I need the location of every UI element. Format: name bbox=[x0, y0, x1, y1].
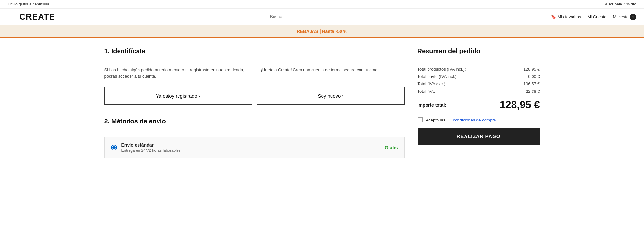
summary-row: Total envío (IVA incl.):0,00 € bbox=[418, 74, 540, 79]
bookmark-icon: 🔖 bbox=[551, 15, 556, 19]
registered-button[interactable]: Ya estoy registrado › bbox=[104, 87, 252, 105]
shipping-name: Envío estándar bbox=[121, 142, 380, 148]
hamburger-menu[interactable] bbox=[8, 15, 14, 19]
cart-badge: 1 bbox=[630, 14, 636, 20]
summary-row: Total productos (IVA incl.):128,95 € bbox=[418, 67, 540, 72]
terms-checkbox[interactable] bbox=[418, 117, 423, 122]
search-input[interactable] bbox=[267, 13, 358, 21]
summary-divider bbox=[418, 59, 540, 59]
favorites-link[interactable]: 🔖 Mis favoritos bbox=[551, 15, 581, 19]
announcement-right: Suscríbete. 5% dto bbox=[604, 2, 636, 6]
terms-link[interactable]: condiciones de compra bbox=[453, 118, 496, 122]
promo-banner: REBAJAS | Hasta -50 % bbox=[0, 25, 644, 38]
step1-divider bbox=[104, 59, 405, 59]
summary-total-row: Importe total: 128,95 € bbox=[418, 99, 540, 111]
step1-description: Si has hecho algún pedido anteriormente … bbox=[104, 67, 405, 79]
header-search bbox=[85, 13, 540, 21]
shipping-radio[interactable] bbox=[111, 145, 117, 150]
step2-section: 2. Métodos de envío Envío estándar Entre… bbox=[104, 118, 405, 158]
summary-row: Total (IVA exc.):106,57 € bbox=[418, 82, 540, 86]
new-user-button[interactable]: Soy nuevo › bbox=[257, 87, 405, 105]
main-content: 1. Identifícate Si has hecho algún pedid… bbox=[97, 38, 548, 168]
header: CREATE 🔖 Mis favoritos Mi Cuenta Mi cest… bbox=[0, 9, 644, 25]
header-right: 🔖 Mis favoritos Mi Cuenta Mi cesta 1 bbox=[546, 14, 636, 20]
checkout-button[interactable]: REALIZAR PAGO bbox=[418, 128, 540, 145]
terms-prefix: Acepto las bbox=[426, 118, 446, 122]
checkout-form: 1. Identifícate Si has hecho algún pedid… bbox=[104, 47, 405, 158]
step2-title: 2. Métodos de envío bbox=[104, 118, 405, 125]
summary-rows: Total productos (IVA incl.):128,95 €Tota… bbox=[418, 67, 540, 94]
announcement-left: Envío gratis a península bbox=[8, 2, 49, 6]
shipping-radio-inner bbox=[112, 146, 116, 149]
shipping-info: Envío estándar Entrega en 24/72 horas la… bbox=[121, 142, 380, 153]
summary-total-amount: 128,95 € bbox=[500, 99, 540, 111]
shipping-price: Gratis bbox=[385, 145, 398, 150]
account-link[interactable]: Mi Cuenta bbox=[587, 15, 606, 19]
shipping-option[interactable]: Envío estándar Entrega en 24/72 horas la… bbox=[104, 137, 405, 158]
step2-divider bbox=[104, 129, 405, 129]
step1-desc-right: ¡Únete a Create! Crea una cuenta de form… bbox=[261, 67, 405, 79]
accept-terms: Acepto las condiciones de compra bbox=[418, 117, 540, 122]
header-left: CREATE bbox=[8, 12, 79, 22]
step1-buttons: Ya estoy registrado › Soy nuevo › bbox=[104, 87, 405, 105]
step1-desc-left: Si has hecho algún pedido anteriormente … bbox=[104, 67, 248, 79]
summary-total-label: Importe total: bbox=[418, 102, 446, 108]
summary-row: Total IVA:22,38 € bbox=[418, 89, 540, 94]
announcement-bar: Envío gratis a península Suscríbete. 5% … bbox=[0, 0, 644, 9]
cart-link[interactable]: Mi cesta 1 bbox=[613, 14, 636, 20]
logo[interactable]: CREATE bbox=[19, 12, 55, 22]
summary-title: Resumen del pedido bbox=[418, 47, 540, 55]
order-summary: Resumen del pedido Total productos (IVA … bbox=[418, 47, 540, 158]
step1-title: 1. Identifícate bbox=[104, 47, 405, 55]
shipping-desc: Entrega en 24/72 horas laborables. bbox=[121, 148, 380, 153]
